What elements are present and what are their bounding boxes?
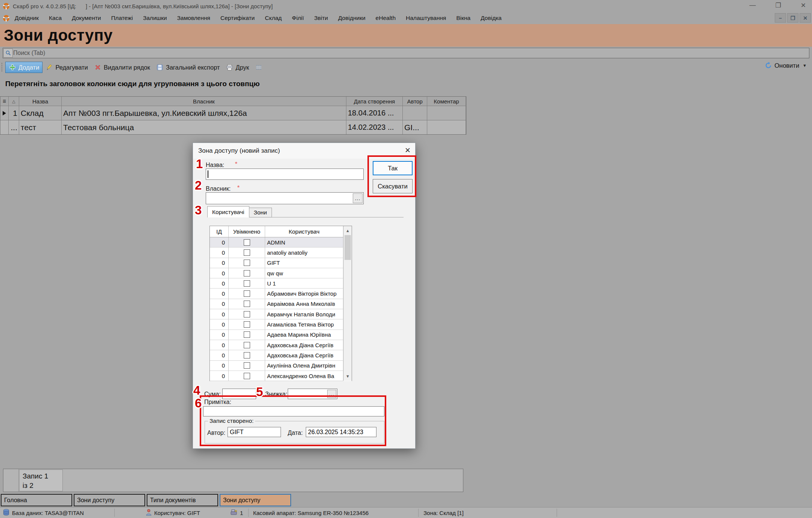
menu-item[interactable]: Довідники [338, 15, 366, 21]
scroll-thumb[interactable] [345, 235, 351, 260]
sort-indicator-icon[interactable]: △ [9, 97, 19, 106]
plus-icon [9, 64, 16, 71]
mdi-restore-button[interactable]: ❐ [787, 13, 798, 23]
comment-cell [427, 106, 466, 120]
text-caret [208, 170, 208, 178]
refresh-dropdown-icon[interactable]: ▼ [803, 63, 807, 68]
search-box[interactable] [3, 48, 809, 58]
users-col-user[interactable]: Користувач [265, 226, 343, 237]
scroll-up-icon[interactable]: ▲ [344, 227, 352, 234]
owner-input-field[interactable] [206, 193, 363, 204]
table-row[interactable]: ... тест Тестовая больница 14.02.2023 ..… [0, 120, 466, 134]
bottom-tab[interactable]: Головна [1, 494, 72, 506]
users-col-enabled[interactable]: Увімкнено [229, 226, 265, 237]
row-number-cell: ... [9, 120, 19, 134]
mdi-close-button[interactable]: ✕ [800, 13, 811, 23]
enabled-checkbox[interactable] [244, 362, 250, 369]
user-row[interactable]: 0 U 1 [210, 278, 352, 289]
add-button[interactable]: Додати [5, 62, 42, 73]
enabled-checkbox[interactable] [244, 280, 250, 287]
toolbar-grip[interactable] [1, 62, 3, 72]
enabled-checkbox[interactable] [244, 290, 250, 297]
menu-item[interactable]: Замовлення [177, 15, 210, 21]
user-row[interactable]: 0 Абрамович Вікторія Віктор [210, 289, 352, 299]
search-input[interactable] [13, 50, 809, 56]
menu-item[interactable]: Довідка [481, 15, 502, 21]
table-row[interactable]: 1 Склад Апт №003 пгт.Барышевка, ул.Киевс… [0, 106, 466, 120]
enabled-checkbox[interactable] [244, 331, 250, 338]
users-col-id[interactable]: ІД [210, 226, 229, 237]
dialog-tab[interactable]: Зони [249, 208, 272, 217]
menu-item[interactable]: Вікна [456, 15, 471, 21]
restore-button[interactable]: ❐ [776, 2, 781, 9]
dialog-close-icon[interactable]: ✕ [405, 146, 411, 155]
scroll-down-icon[interactable]: ▼ [344, 372, 352, 380]
menu-item[interactable]: Каса [49, 15, 62, 21]
enabled-checkbox[interactable] [244, 352, 250, 358]
grid-corner-icon[interactable]: ≣ [0, 97, 9, 106]
close-button[interactable]: ✕ [801, 2, 806, 9]
menu-item[interactable]: Платежі [111, 15, 133, 21]
menu-item[interactable]: Довідник [15, 15, 39, 21]
refresh-icon [765, 62, 772, 69]
record-count-line2: із 2 [23, 481, 62, 490]
bottom-tab[interactable]: Зони доступу [220, 494, 291, 506]
column-chooser-icon[interactable] [255, 64, 263, 71]
user-status: Користувач: GIFT [154, 510, 200, 516]
menu-item[interactable]: Документи [72, 15, 101, 21]
name-input[interactable] [206, 169, 364, 180]
column-header-comment[interactable]: Коментар [427, 97, 466, 106]
user-id-cell: 0 [210, 268, 229, 278]
menu-item[interactable]: Звіти [314, 15, 328, 21]
user-row[interactable]: 0 GIFT [210, 258, 352, 268]
enabled-checkbox[interactable] [244, 239, 250, 246]
enabled-checkbox[interactable] [244, 301, 250, 307]
enabled-checkbox[interactable] [244, 260, 250, 266]
enabled-checkbox[interactable] [244, 321, 250, 328]
menu-item[interactable]: eHealth [376, 15, 396, 21]
enabled-checkbox[interactable] [244, 249, 250, 256]
user-row[interactable]: 0 Адаховська Діана Сергіїв [210, 340, 352, 350]
user-row[interactable]: 0 Адаховська Діана Сергіїв [210, 350, 352, 360]
user-icon [146, 509, 152, 517]
bottom-tab[interactable]: Типи документів [147, 494, 218, 506]
mdi-minimize-button[interactable]: – [775, 13, 786, 23]
user-row[interactable]: 0 Агамалієва Тетяна Віктор [210, 319, 352, 330]
edit-button[interactable]: Редагувати [42, 62, 91, 73]
owner-input[interactable]: ... [206, 192, 364, 204]
user-row[interactable]: 0 Аврамчук Наталія Володи [210, 309, 352, 319]
column-header-author[interactable]: Автор [403, 97, 427, 106]
menu-item[interactable]: Сертифікати [220, 15, 255, 21]
refresh-button[interactable]: Оновити ▼ [765, 62, 807, 69]
menu-item[interactable]: Залишки [143, 15, 167, 21]
bottom-tab[interactable]: Зони доступу [74, 494, 145, 506]
user-id-cell: 0 [210, 371, 229, 381]
owner-browse-button[interactable]: ... [353, 193, 363, 203]
menu-item[interactable]: Філії [292, 15, 304, 21]
enabled-checkbox[interactable] [244, 270, 250, 276]
author-cell [403, 106, 427, 120]
dialog-tab[interactable]: Користувачі [207, 206, 249, 217]
export-button[interactable]: Загальний експорт [153, 62, 223, 73]
enabled-checkbox[interactable] [244, 311, 250, 317]
user-row[interactable]: 0 Александренко Олена Ва [210, 371, 352, 381]
column-header-created[interactable]: Дата створення [346, 97, 403, 106]
user-row[interactable]: 0 Адаева Марина Юріївна [210, 330, 352, 340]
user-row[interactable]: 0 ADMIN [210, 237, 352, 248]
name-input-field[interactable] [206, 169, 363, 179]
user-name-cell: Абрамович Вікторія Віктор [265, 289, 343, 299]
user-row[interactable]: 0 qw qw [210, 268, 352, 278]
menu-item[interactable]: Склад [265, 15, 282, 21]
column-header-owner[interactable]: Власник [62, 97, 346, 106]
enabled-checkbox[interactable] [244, 373, 250, 379]
user-row[interactable]: 0 anatoliy anatoliy [210, 248, 352, 258]
column-header-name[interactable]: Назва [19, 97, 62, 106]
menu-item[interactable]: Налаштування [406, 15, 446, 21]
minimize-button[interactable]: — [750, 2, 756, 9]
users-scrollbar[interactable]: ▲ ▼ [343, 226, 352, 381]
user-row[interactable]: 0 Авраімова Анна Миколаїв [210, 299, 352, 309]
delete-row-button[interactable]: Видалити рядок [91, 62, 153, 73]
print-button[interactable]: Друк [223, 62, 252, 73]
enabled-checkbox[interactable] [244, 342, 250, 348]
user-row[interactable]: 0 Акулініна Олена Дмитрівн [210, 361, 352, 371]
